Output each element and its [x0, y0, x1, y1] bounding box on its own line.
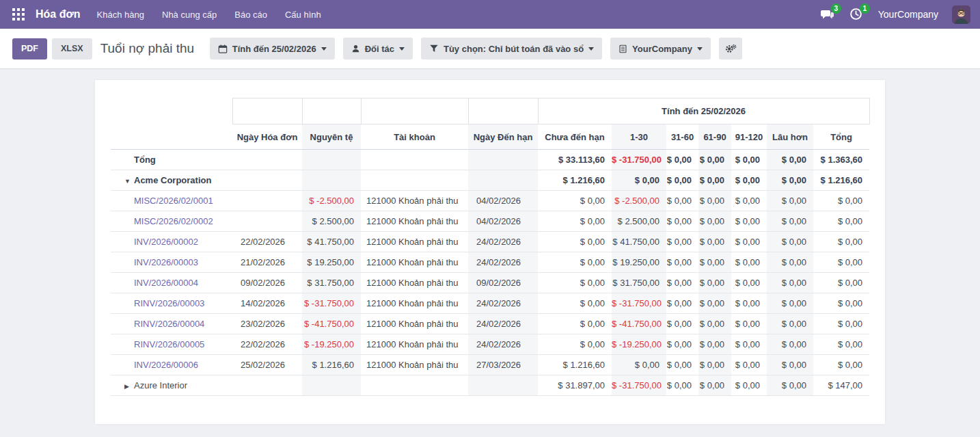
- cell-total: $ 0,00: [813, 334, 869, 355]
- avatar[interactable]: [952, 5, 970, 24]
- table-row[interactable]: INV/2026/00002 22/02/2026 $ 41.750,00 12…: [111, 232, 869, 252]
- calendar-icon: [218, 44, 228, 54]
- row-name[interactable]: RINV/2026/00005: [134, 339, 204, 349]
- user-menu[interactable]: YourCompany: [878, 9, 938, 20]
- column-header-91-120: 91-120: [731, 124, 767, 150]
- row-name[interactable]: INV/2026/00003: [134, 257, 198, 267]
- activities-count-badge: 1: [860, 3, 870, 14]
- table-row[interactable]: RINV/2026/00004 23/02/2026 $ -41.750,00 …: [111, 314, 869, 334]
- row-name[interactable]: INV/2026/00004: [134, 278, 198, 288]
- cell-currency: $ -19.250,00: [302, 334, 361, 355]
- export-xlsx-button[interactable]: XLSX: [52, 38, 92, 59]
- cell-account: [361, 150, 468, 170]
- cell-account: [361, 375, 468, 396]
- cell-61-90: $ 0,00: [698, 355, 731, 375]
- cell-not-due: $ 1.216,60: [538, 355, 612, 375]
- cell-due-date: 24/02/2026: [468, 314, 538, 334]
- cell-invoice-date: 22/02/2026: [232, 334, 302, 355]
- column-header-older: Lâu hơn: [767, 124, 813, 150]
- cell-total: $ 0,00: [813, 273, 869, 293]
- row-name[interactable]: Azure Interior: [134, 380, 187, 390]
- navbar-systray: 3 1 YourCompany: [821, 5, 970, 24]
- nav-item-configuration[interactable]: Cấu hình: [285, 10, 321, 20]
- cell-91-120: $ 0,00: [731, 252, 767, 273]
- cell-total: $ 1.363,60: [813, 150, 869, 170]
- row-name[interactable]: Acme Corporation: [134, 175, 211, 185]
- column-header-not-due: Chưa đến hạn: [538, 124, 612, 150]
- filter-toolbar: Tính đến 25/02/2026 Đối tác Tùy chọn: Ch…: [210, 38, 742, 59]
- fold-caret-icon[interactable]: ▶: [124, 383, 134, 390]
- cell-older: $ 0,00: [767, 191, 813, 211]
- cell-older: $ 0,00: [767, 314, 813, 334]
- column-header-total: Tổng: [813, 124, 869, 150]
- cell-name: MISC/2026/02/0001: [111, 191, 232, 211]
- table-row[interactable]: INV/2026/00006 25/02/2026 $ 1.216,60 121…: [111, 355, 869, 375]
- row-name[interactable]: INV/2026/00002: [134, 237, 198, 247]
- table-row[interactable]: ▶Azure Interior $ 31.897,00 $ -31.750,00…: [111, 375, 869, 396]
- export-pdf-button[interactable]: PDF: [12, 38, 47, 59]
- avatar-image: [952, 5, 970, 24]
- filter-options-button[interactable]: Tùy chọn: Chỉ bút toán đã vào sổ: [421, 38, 602, 59]
- cell-account: 121000 Khoản phải thu: [361, 191, 468, 211]
- cell-due-date: 24/02/2026: [468, 293, 538, 314]
- table-row[interactable]: MISC/2026/02/0001 $ -2.500,00 121000 Kho…: [111, 191, 869, 211]
- control-panel: PDF XLSX Tuổi nợ phải thu Tính đến 25/02…: [0, 29, 980, 69]
- cell-1-30: $ -31.750,00: [612, 150, 666, 170]
- row-name[interactable]: RINV/2026/00003: [134, 298, 204, 308]
- cell-older: $ 0,00: [767, 375, 813, 396]
- empty-cell: [111, 98, 232, 124]
- cell-61-90: $ 0,00: [698, 273, 731, 293]
- row-name[interactable]: INV/2026/00006: [134, 360, 198, 370]
- apps-grid-icon[interactable]: [10, 5, 27, 23]
- cell-due-date: 09/02/2026: [468, 273, 538, 293]
- cell-total: $ 0,00: [813, 232, 869, 252]
- messages-button[interactable]: 3: [821, 8, 836, 21]
- cell-total: $ 147,00: [813, 375, 869, 396]
- cell-1-30: $ 41.750,00: [612, 232, 666, 252]
- cell-1-30: $ 2.500,00: [612, 211, 666, 232]
- cell-name: INV/2026/00006: [111, 355, 232, 375]
- cell-name: INV/2026/00002: [111, 232, 232, 252]
- cell-invoice-date: [232, 211, 302, 232]
- row-name[interactable]: RINV/2026/00004: [134, 319, 204, 329]
- cell-31-60: $ 0,00: [666, 232, 698, 252]
- cell-account: 121000 Khoản phải thu: [361, 293, 468, 314]
- table-row[interactable]: RINV/2026/00005 22/02/2026 $ -19.250,00 …: [111, 334, 869, 355]
- cell-currency: $ -2.500,00: [302, 191, 361, 211]
- activities-button[interactable]: 1: [849, 8, 865, 21]
- cell-currency: $ 41.750,00: [302, 232, 361, 252]
- filter-company-label: YourCompany: [632, 44, 692, 54]
- cell-invoice-date: 09/02/2026: [232, 273, 302, 293]
- filter-date-button[interactable]: Tính đến 25/02/2026: [210, 38, 335, 59]
- nav-item-vendors[interactable]: Nhà cung cấp: [162, 10, 217, 20]
- cell-currency: $ 2.500,00: [302, 211, 361, 232]
- filter-partners-button[interactable]: Đối tác: [343, 38, 413, 59]
- column-header-account: Tài khoản: [361, 124, 468, 150]
- cell-not-due: $ 1.216,60: [538, 170, 612, 191]
- fold-caret-icon[interactable]: ▼: [124, 178, 134, 185]
- cell-account: 121000 Khoản phải thu: [361, 232, 468, 252]
- settings-button[interactable]: [719, 38, 742, 59]
- table-row[interactable]: RINV/2026/00003 14/02/2026 $ -31.750,00 …: [111, 293, 869, 314]
- nav-item-reports[interactable]: Báo cáo: [234, 10, 267, 20]
- column-header-due-date: Ngày Đến hạn: [468, 124, 538, 150]
- cell-name: INV/2026/00004: [111, 273, 232, 293]
- table-row[interactable]: INV/2026/00003 21/02/2026 $ 19.250,00 12…: [111, 252, 869, 273]
- cell-currency: $ 19.250,00: [302, 252, 361, 273]
- app-name[interactable]: Hóa đơn: [36, 8, 81, 21]
- nav-item-customers[interactable]: Khách hàng: [97, 10, 144, 20]
- filter-funnel-icon: [429, 44, 439, 53]
- row-name[interactable]: MISC/2026/02/0002: [134, 216, 213, 226]
- table-row[interactable]: INV/2026/00004 09/02/2026 $ 31.750,00 12…: [111, 273, 869, 293]
- aged-receivable-table: Tính đến 25/02/2026 Ngày Hóa đơn Nguyên …: [111, 98, 870, 396]
- cell-invoice-date: [232, 170, 302, 191]
- cell-91-120: $ 0,00: [731, 211, 767, 232]
- row-name[interactable]: Tổng: [134, 155, 156, 165]
- table-row[interactable]: MISC/2026/02/0002 $ 2.500,00 121000 Khoả…: [111, 211, 869, 232]
- filter-company-button[interactable]: YourCompany: [610, 38, 711, 59]
- table-row[interactable]: ▼Acme Corporation $ 1.216,60 $ 0,00 $ 0,…: [111, 170, 869, 191]
- cell-91-120: $ 0,00: [731, 273, 767, 293]
- table-row[interactable]: Tổng $ 33.113,60 $ -31.750,00 $ 0,00 $ 0…: [111, 150, 869, 170]
- row-name[interactable]: MISC/2026/02/0001: [134, 196, 213, 206]
- cell-61-90: $ 0,00: [698, 334, 731, 355]
